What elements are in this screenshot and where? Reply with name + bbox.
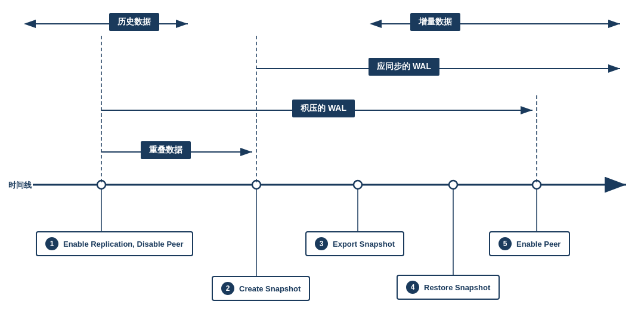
step-1-circle: 1 [45,237,58,250]
step-3-circle: 3 [315,237,328,250]
svg-point-7 [449,181,457,189]
label-wal-backlog: 积压的 WAL [292,100,355,117]
step-4-box: 4 Restore Snapshot [397,275,500,300]
label-overlap: 重叠数据 [141,141,191,159]
step-2-box: 2 Create Snapshot [212,276,310,301]
timeline-label: 时间线 [8,180,32,191]
step-1-label: Enable Replication, Disable Peer [63,240,184,249]
label-historical: 历史数据 [109,13,159,31]
label-incremental: 增量数据 [410,13,460,31]
step-5-box: 5 Enable Peer [489,231,570,256]
step-2-circle: 2 [221,282,234,295]
diagram-svg [0,0,644,323]
step-5-circle: 5 [499,237,512,250]
step-4-circle: 4 [406,281,419,294]
step-5-label: Enable Peer [516,240,561,249]
step-3-box: 3 Export Snapshot [305,231,404,256]
step-3-label: Export Snapshot [333,240,395,249]
label-wal-sync: 应同步的 WAL [369,58,439,76]
diagram: 历史数据 增量数据 应同步的 WAL 积压的 WAL 重叠数据 时间线 1 En… [0,0,644,323]
svg-point-6 [354,181,362,189]
step-4-label: Restore Snapshot [424,283,490,292]
step-1-box: 1 Enable Replication, Disable Peer [36,231,193,256]
step-2-label: Create Snapshot [239,284,301,293]
